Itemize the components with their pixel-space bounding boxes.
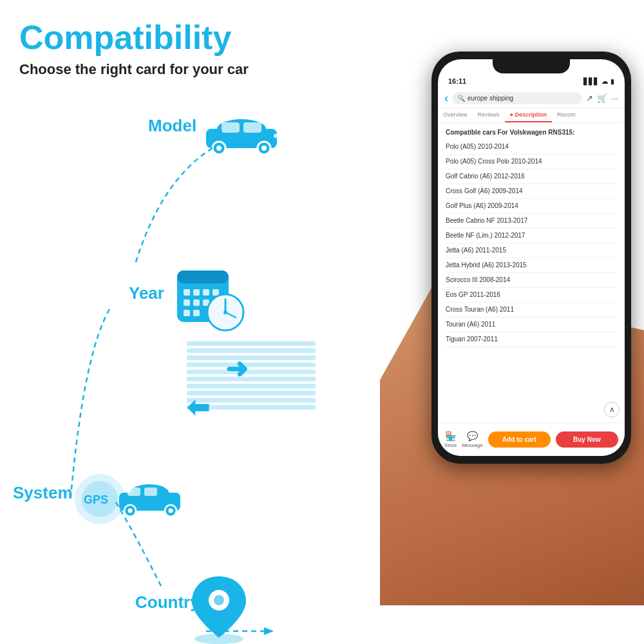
status-icons: ▋▋▋ ☁ ▮: [583, 78, 614, 85]
phone-wrapper: 16:11 ▋▋▋ ☁ ▮ ‹ 🔍 europe shipping ↗ 🛒 ··…: [380, 52, 644, 605]
share-icon[interactable]: ↗: [586, 93, 593, 103]
svg-rect-19: [184, 310, 190, 316]
list-item: Eos GP 2011-2016: [446, 288, 617, 303]
more-icon[interactable]: ···: [611, 93, 618, 103]
svg-rect-16: [193, 299, 200, 306]
calendar-year-icon: [174, 261, 245, 334]
search-bar[interactable]: 🔍 europe shipping: [452, 92, 582, 104]
nav-action-icons: ↗ 🛒 ···: [586, 93, 618, 103]
compatibility-diagram: Model Year: [0, 103, 335, 605]
dashed-line-country-right: [200, 618, 277, 644]
store-label: Store: [444, 442, 457, 448]
model-label: Model: [148, 116, 196, 136]
list-item: Tiguan 2007-2011: [446, 332, 617, 347]
left-panel: Compatibility Choose the right card for …: [19, 19, 374, 97]
list-item: Jetta Hybrid (A6) 2013-2015: [446, 258, 617, 273]
tab-overview[interactable]: Overview: [438, 108, 473, 122]
list-item: Touran (A6) 2011: [446, 317, 617, 332]
list-item: Polo (A05) 2010-2014: [446, 140, 617, 155]
status-time: 16:11: [448, 77, 466, 85]
list-item: Polo (A05) Cross Polo 2010-2014: [446, 155, 617, 169]
svg-rect-14: [213, 289, 219, 296]
svg-rect-3: [243, 122, 261, 133]
content-header: Compatible cars For Volskwagen RNS315:: [446, 127, 617, 138]
store-button[interactable]: 🏪 Store: [444, 431, 457, 448]
svg-rect-13: [203, 289, 209, 296]
wifi-icon: ☁: [601, 78, 608, 85]
svg-rect-11: [184, 289, 190, 296]
list-item: Beetle NF (Lim.) 2012-2017: [446, 229, 617, 243]
svg-point-39: [214, 595, 224, 605]
back-button[interactable]: ‹: [444, 91, 448, 105]
list-item: Jetta (A6) 2011-2015: [446, 243, 617, 258]
phone-device: 16:11 ▋▋▋ ☁ ▮ ‹ 🔍 europe shipping ↗ 🛒 ··…: [431, 52, 631, 464]
bottom-action-bar: 🏪 Store 💬 Message Add to cart Buy Now: [438, 422, 625, 456]
system-label: System: [13, 483, 73, 503]
scroll-up-button[interactable]: ∧: [604, 402, 620, 417]
svg-rect-20: [193, 310, 200, 316]
content-area: Compatible cars For Volskwagen RNS315: P…: [438, 123, 625, 351]
phone-notch: [493, 59, 570, 73]
add-to-cart-button[interactable]: Add to cart: [488, 431, 551, 448]
nav-bar: ‹ 🔍 europe shipping ↗ 🛒 ···: [438, 89, 625, 108]
signal-icon: ▋▋▋: [583, 78, 599, 85]
arrow-left-icon: ⬅: [187, 392, 209, 423]
svg-rect-15: [184, 299, 190, 306]
page-title: Compatibility: [19, 19, 374, 56]
svg-marker-40: [264, 627, 274, 635]
cart-icon[interactable]: 🛒: [597, 93, 607, 103]
tabs-bar: Overview Reviews ● Description Recom: [438, 108, 625, 123]
message-icon: 💬: [467, 431, 478, 441]
tab-description[interactable]: ● Description: [505, 108, 552, 122]
svg-point-7: [261, 146, 267, 151]
svg-rect-31: [128, 488, 140, 496]
svg-rect-10: [177, 270, 229, 283]
battery-icon: ▮: [611, 78, 614, 85]
search-text: europe shipping: [468, 95, 513, 102]
phone-screen: 16:11 ▋▋▋ ☁ ▮ ‹ 🔍 europe shipping ↗ 🛒 ··…: [438, 59, 625, 456]
svg-rect-8: [274, 134, 279, 138]
svg-rect-12: [193, 289, 200, 296]
svg-point-25: [223, 310, 227, 314]
year-label: Year: [129, 283, 164, 303]
list-item: Scirocco III 2008-2014: [446, 273, 617, 288]
tab-reviews[interactable]: Reviews: [473, 108, 505, 122]
list-item: Cross Golf (A6) 2009-2014: [446, 184, 617, 199]
svg-rect-2: [222, 122, 240, 133]
car-compatibility-list: Polo (A05) 2010-2014Polo (A05) Cross Pol…: [446, 140, 617, 347]
page-subtitle: Choose the right card for your car: [19, 61, 374, 78]
list-item: Cross Touran (A6) 2011: [446, 303, 617, 317]
message-button[interactable]: 💬 Message: [462, 431, 482, 448]
search-icon: 🔍: [457, 95, 465, 102]
list-item: Golf Plus (A6) 2009-2014: [446, 199, 617, 214]
svg-rect-32: [144, 488, 157, 496]
list-item: Beetle Cabrio NF 2013-2017: [446, 214, 617, 229]
list-item: Golf Cabrio (A6) 2012-2016: [446, 169, 617, 184]
store-icon: 🏪: [445, 431, 456, 441]
message-label: Message: [462, 442, 482, 448]
tab-recom[interactable]: Recom: [552, 108, 581, 122]
arrow-right-icon: ➜: [225, 353, 248, 384]
buy-now-button[interactable]: Buy Now: [556, 431, 618, 448]
